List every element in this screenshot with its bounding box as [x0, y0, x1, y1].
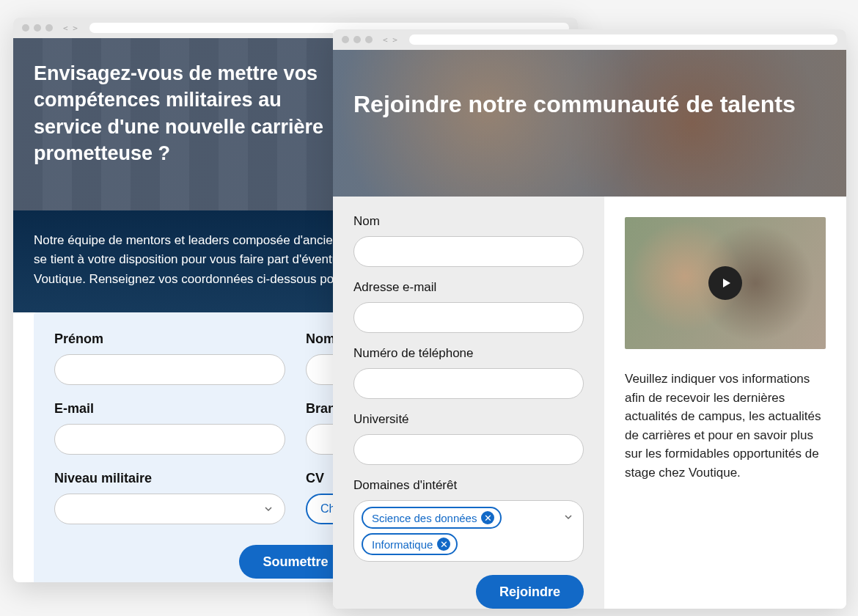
tag-label: Informatique — [372, 538, 433, 551]
code-icon: < > — [63, 23, 78, 33]
tag-label: Science des données — [372, 512, 477, 524]
label-university: Université — [353, 412, 584, 427]
multiselect-interests[interactable]: Science des données ✕ Informatique ✕ — [353, 500, 584, 562]
browser-window-talent: < > Rejoindre notre communauté de talent… — [333, 29, 846, 609]
hero-title: Rejoindre notre communauté de talents — [353, 89, 826, 120]
video-thumbnail[interactable] — [625, 217, 826, 349]
window-control-maximize[interactable] — [45, 24, 53, 32]
input-email[interactable] — [54, 424, 285, 455]
tag-remove-icon[interactable]: ✕ — [437, 538, 450, 551]
browser-chrome: < > — [333, 29, 846, 50]
label-interests: Domaines d'intérêt — [353, 478, 584, 493]
label-first-name: Prénom — [54, 331, 285, 347]
window-control-minimize[interactable] — [353, 36, 361, 43]
label-email: Adresse e-mail — [353, 280, 584, 295]
window-control-close[interactable] — [342, 36, 349, 43]
window-control-close[interactable] — [22, 24, 29, 32]
tag-remove-icon[interactable]: ✕ — [481, 511, 494, 524]
label-phone: Numéro de téléphone — [353, 346, 584, 361]
input-first-name[interactable] — [54, 354, 285, 385]
label-name: Nom — [353, 214, 584, 229]
hero-title: Envisagez-vous de mettre vos compétences… — [34, 60, 349, 167]
play-button[interactable] — [708, 266, 742, 300]
window-control-minimize[interactable] — [34, 24, 41, 32]
label-military-rank: Niveau militaire — [54, 471, 285, 486]
select-military-rank[interactable] — [54, 494, 285, 524]
tag-informatique: Informatique ✕ — [362, 533, 458, 555]
tag-data-science: Science des données ✕ — [362, 507, 502, 529]
input-email[interactable] — [353, 302, 584, 333]
input-phone[interactable] — [353, 368, 584, 399]
label-email: E-mail — [54, 401, 285, 417]
sidebar: Veuillez indiquer vos informations afin … — [604, 197, 846, 609]
chevron-down-icon — [564, 513, 573, 521]
hero-banner: Rejoindre notre communauté de talents — [333, 50, 846, 197]
input-name[interactable] — [353, 236, 584, 267]
input-university[interactable] — [353, 434, 584, 465]
sidebar-description: Veuillez indiquer vos informations afin … — [625, 370, 826, 482]
url-bar[interactable] — [409, 34, 837, 45]
play-icon — [721, 277, 733, 289]
form-talent: Nom Adresse e-mail Numéro de téléphone U… — [333, 197, 604, 609]
code-icon: < > — [383, 35, 397, 45]
window-control-maximize[interactable] — [365, 36, 373, 43]
chevron-down-icon — [264, 505, 273, 513]
join-button[interactable]: Rejoindre — [476, 575, 584, 609]
